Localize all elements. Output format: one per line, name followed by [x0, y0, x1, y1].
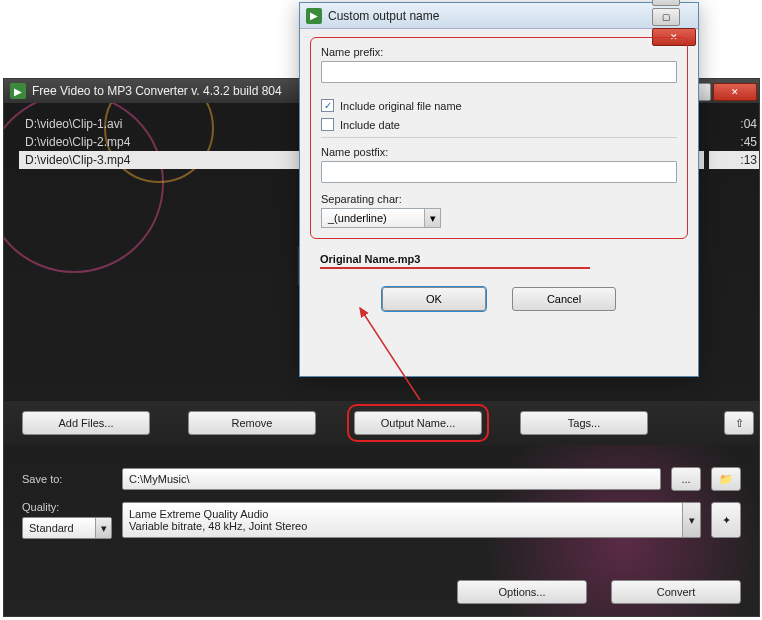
sep-char-select[interactable]: _(underline) ▾	[321, 208, 441, 228]
custom-output-dialog: ▶ Custom output name — ▢ ✕ Name prefix: …	[299, 2, 699, 377]
bottom-toolbar: Options... Convert	[457, 580, 741, 604]
include-date-checkbox[interactable]	[321, 118, 334, 131]
postfix-input[interactable]	[321, 161, 677, 183]
duration-item: :04	[709, 115, 759, 133]
annotation-underline	[320, 267, 590, 269]
folder-icon: 📁	[719, 473, 733, 486]
quality-label: Quality:	[22, 501, 112, 513]
app-icon: ▶	[10, 83, 26, 99]
duration-list: :04 :45 :13	[709, 115, 759, 169]
include-date-label: Include date	[340, 119, 400, 131]
dialog-title: Custom output name	[328, 9, 439, 23]
dialog-minimize-button[interactable]: —	[652, 0, 680, 6]
wand-icon: ✦	[722, 514, 731, 527]
quality-row: Quality: Standard ▾ Lame Extreme Quality…	[22, 501, 741, 539]
ok-button[interactable]: OK	[382, 287, 486, 311]
dialog-options-group: Name prefix: ✓ Include original file nam…	[310, 37, 688, 239]
include-original-label: Include original file name	[340, 100, 462, 112]
duration-item: :13	[709, 151, 759, 169]
dialog-body: Name prefix: ✓ Include original file nam…	[300, 29, 698, 376]
main-title: Free Video to MP3 Converter v. 4.3.2 bui…	[32, 84, 282, 98]
toolbar: Add Files... Remove Output Name... Tags.…	[4, 401, 759, 445]
duration-item: :45	[709, 133, 759, 151]
dialog-titlebar: ▶ Custom output name — ▢ ✕	[300, 3, 698, 29]
include-original-checkbox[interactable]: ✓	[321, 99, 334, 112]
convert-button[interactable]: Convert	[611, 580, 741, 604]
remove-button[interactable]: Remove	[188, 411, 316, 435]
add-files-button[interactable]: Add Files...	[22, 411, 150, 435]
prefix-input[interactable]	[321, 61, 677, 83]
tags-button[interactable]: Tags...	[520, 411, 648, 435]
save-path-field[interactable]: C:\MyMusic\	[122, 468, 661, 490]
chevron-down-icon: ▾	[682, 503, 700, 537]
open-folder-button[interactable]: 📁	[711, 467, 741, 491]
quality-detail-select[interactable]: Lame Extreme Quality Audio Variable bitr…	[122, 502, 701, 538]
dialog-button-row: OK Cancel	[310, 287, 688, 311]
sep-char-label: Separating char:	[321, 193, 677, 205]
include-original-row[interactable]: ✓ Include original file name	[321, 99, 677, 112]
ellipsis-icon: ...	[681, 473, 690, 485]
save-label: Save to:	[22, 473, 112, 485]
prefix-label: Name prefix:	[321, 46, 677, 58]
separator	[321, 137, 677, 138]
app-icon: ▶	[306, 8, 322, 24]
up-icon: ⇧	[735, 417, 744, 430]
browse-button[interactable]: ...	[671, 467, 701, 491]
close-button[interactable]: ✕	[713, 83, 757, 101]
preset-edit-button[interactable]: ✦	[711, 502, 741, 538]
postfix-label: Name postfix:	[321, 146, 677, 158]
chevron-down-icon: ▾	[424, 209, 440, 227]
dialog-maximize-button[interactable]: ▢	[652, 8, 680, 26]
move-up-button[interactable]: ⇧	[724, 411, 754, 435]
quality-preset-select[interactable]: Standard ▾	[22, 517, 112, 539]
include-date-row[interactable]: Include date	[321, 118, 677, 131]
options-button[interactable]: Options...	[457, 580, 587, 604]
chevron-down-icon: ▾	[95, 518, 111, 538]
output-name-button[interactable]: Output Name...	[354, 411, 482, 435]
preview-filename: Original Name.mp3	[320, 253, 678, 265]
save-row: Save to: C:\MyMusic\ ... 📁	[22, 467, 741, 491]
cancel-button[interactable]: Cancel	[512, 287, 616, 311]
